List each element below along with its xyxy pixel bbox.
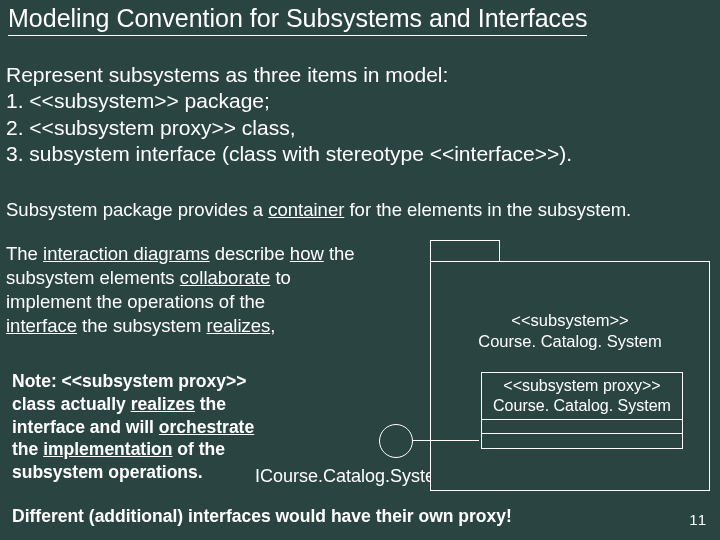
txt-u: realizes — [207, 315, 271, 336]
txt: subsystem elements — [6, 267, 180, 288]
txt: , — [270, 315, 275, 336]
txt: of the — [172, 439, 225, 459]
txt: to — [270, 267, 291, 288]
txt: class actually — [12, 394, 131, 414]
proxy-name: Course. Catalog. System — [493, 397, 671, 414]
intro-item-2: 2. <<subsystem proxy>> class, — [6, 115, 572, 141]
uml-interface-lollipop-icon — [379, 424, 413, 458]
uml-package-tab — [430, 240, 500, 262]
proxy-attrs — [482, 420, 682, 434]
txt: the — [12, 439, 43, 459]
txt-u: orchestrate — [159, 417, 254, 437]
txt-u: how — [290, 243, 324, 264]
package-stereo: <<subsystem>> — [511, 311, 628, 329]
txt: Note: <<subsystem proxy>> — [12, 371, 246, 391]
intro-item-1: 1. <<subsystem>> package; — [6, 88, 572, 114]
uml-proxy-class: <<subsystem proxy>> Course. Catalog. Sys… — [481, 372, 683, 449]
txt: the — [195, 394, 226, 414]
txt: The — [6, 243, 43, 264]
txt: interface and will — [12, 417, 159, 437]
package-name: Course. Catalog. System — [478, 332, 661, 350]
txt: the subsystem — [77, 315, 207, 336]
txt: subsystem operations. — [12, 462, 203, 482]
uml-package-label: <<subsystem>> Course. Catalog. System — [431, 310, 709, 353]
interface-label: ICourse.Catalog.System — [255, 466, 450, 487]
proxy-stereo: <<subsystem proxy>> — [503, 377, 660, 394]
intro-item-3: 3. subsystem interface (class with stere… — [6, 141, 572, 167]
footer-note: Different (additional) interfaces would … — [12, 506, 512, 527]
slide: Modeling Convention for Subsystems and I… — [0, 0, 720, 540]
txt: implement the operations of the — [6, 291, 265, 312]
container-post: for the elements in the subsystem. — [344, 199, 631, 220]
txt-u: realizes — [131, 394, 195, 414]
uml-package-body: <<subsystem>> Course. Catalog. System <<… — [430, 261, 710, 491]
txt: describe — [210, 243, 290, 264]
container-underline: container — [268, 199, 344, 220]
txt-u: collaborate — [180, 267, 271, 288]
proxy-ops — [482, 434, 682, 448]
txt: the — [324, 243, 355, 264]
container-pre: Subsystem package provides a — [6, 199, 268, 220]
proxy-header: <<subsystem proxy>> Course. Catalog. Sys… — [482, 373, 682, 420]
intro-block: Represent subsystems as three items in m… — [6, 62, 572, 167]
interaction-paragraph: The interaction diagrams describe how th… — [6, 242, 416, 338]
txt-u: implementation — [43, 439, 172, 459]
intro-lead: Represent subsystems as three items in m… — [6, 62, 572, 88]
page-title: Modeling Convention for Subsystems and I… — [8, 4, 587, 36]
uml-interface-connector — [413, 440, 479, 441]
txt-u: interaction diagrams — [43, 243, 210, 264]
slide-number: 11 — [689, 511, 706, 528]
container-paragraph: Subsystem package provides a container f… — [6, 198, 706, 222]
txt-u: interface — [6, 315, 77, 336]
